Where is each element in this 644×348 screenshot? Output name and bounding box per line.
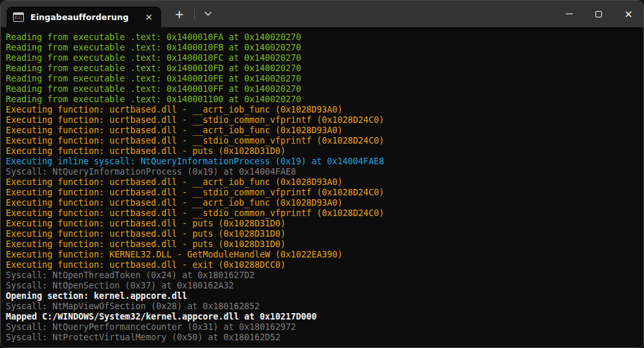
tab-close-button[interactable]: × xyxy=(142,10,156,24)
terminal-line: Syscall: NtQueryInformationProcess (0x19… xyxy=(6,167,638,177)
terminal-line: Syscall: NtProtectVirtualMemory (0x50) a… xyxy=(6,332,638,343)
terminal-output[interactable]: Reading from executable .text: 0x1400010… xyxy=(1,27,643,348)
terminal-line: Executing function: ucrtbased.dll - __st… xyxy=(6,208,638,219)
terminal-line: Executing inline syscall: NtQueryInforma… xyxy=(6,157,638,167)
terminal-line: Executing function: ucrtbased.dll - __ac… xyxy=(6,105,638,115)
terminal-line: Syscall: NtOpenThreadToken (0x24) at 0x1… xyxy=(6,270,638,281)
titlebar-drag-area[interactable] xyxy=(217,1,554,27)
terminal-line: Opening section: kernel.appcore.dll xyxy=(6,291,638,301)
terminal-line: Executing function: ucrtbased.dll - __ac… xyxy=(6,177,638,188)
terminal-line: Reading from executable .text: 0x1400010… xyxy=(6,84,638,94)
maximize-icon xyxy=(595,11,602,17)
titlebar[interactable]: Eingabeaufforderung × + × xyxy=(1,1,643,27)
tab-title: Eingabeaufforderung xyxy=(30,12,142,22)
terminal-line: Reading from executable .text: 0x1400010… xyxy=(6,63,638,74)
chevron-down-icon xyxy=(205,12,212,16)
terminal-line: Executing function: ucrtbased.dll - exit… xyxy=(6,260,638,270)
tab-eingabeaufforderung[interactable]: Eingabeaufforderung × xyxy=(6,6,161,27)
terminal-line: Executing function: ucrtbased.dll - puts… xyxy=(6,239,638,250)
terminal-line: Mapped C:/WINDOWS/System32/kernel.appcor… xyxy=(6,312,638,322)
terminal-line: Reading from executable .text: 0x1400010… xyxy=(6,74,638,84)
new-tab-button[interactable]: + xyxy=(170,6,189,23)
terminal-line: Executing function: KERNEL32.DLL - GetMo… xyxy=(6,250,638,260)
tabbar-divider xyxy=(194,9,195,19)
maximize-button[interactable] xyxy=(584,1,614,27)
terminal-line: Executing function: ucrtbased.dll - puts… xyxy=(6,219,638,229)
terminal-line: Executing function: ucrtbased.dll - puts… xyxy=(6,146,638,157)
cmd-prompt-icon xyxy=(13,12,24,22)
terminal-line: Syscall: NtOpenSection (0x37) at 0x18016… xyxy=(6,281,638,291)
terminal-line: Reading from executable .text: 0x1400010… xyxy=(6,43,638,53)
close-icon: × xyxy=(624,9,632,19)
terminal-line: Syscall: NtQueryPerformanceCounter (0x31… xyxy=(6,322,638,332)
terminal-line: Executing function: ucrtbased.dll - __ac… xyxy=(6,125,638,136)
terminal-line: Reading from executable .text: 0x1400010… xyxy=(6,32,638,43)
terminal-line: Executing function: ucrtbased.dll - __st… xyxy=(6,115,638,125)
terminal-line: Executing function: ucrtbased.dll - __ac… xyxy=(6,198,638,208)
close-button[interactable]: × xyxy=(614,1,643,27)
minimize-icon xyxy=(566,14,573,14)
terminal-line: Executing function: ucrtbased.dll - __st… xyxy=(6,136,638,146)
terminal-line: Reading from executable .text: 0x1400011… xyxy=(6,94,638,105)
terminal-line: Executing function: ucrtbased.dll - puts… xyxy=(6,229,638,239)
terminal-window: Eingabeaufforderung × + × Reading from e… xyxy=(0,0,644,348)
minimize-button[interactable] xyxy=(554,1,584,27)
tab-dropdown-button[interactable] xyxy=(199,6,217,23)
terminal-line: Reading from executable .text: 0x1400010… xyxy=(6,53,638,63)
terminal-line: Executing function: ucrtbased.dll - __st… xyxy=(6,188,638,198)
terminal-line: Syscall: NtMapViewOfSection (0x28) at 0x… xyxy=(6,301,638,312)
